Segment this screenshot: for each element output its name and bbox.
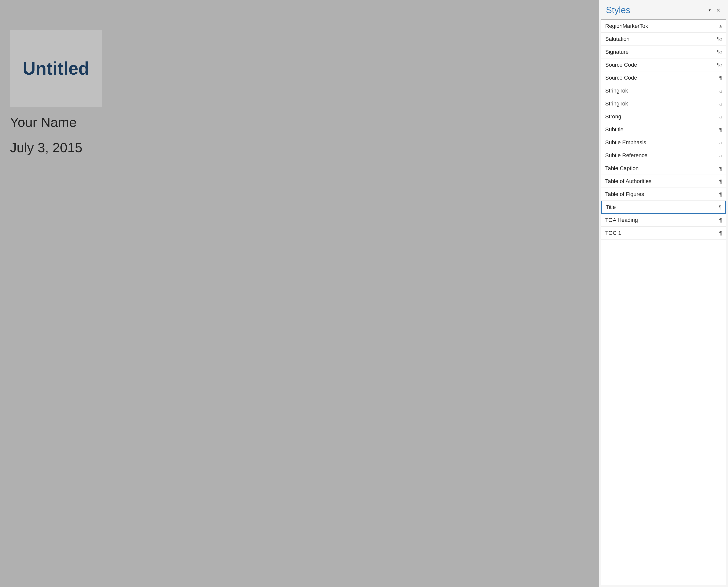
style-item-name: Title [606,204,616,210]
style-item-name: StringTok [605,100,628,107]
style-item-name: Salutation [605,36,630,42]
style-item-name: RegionMarkerTok [605,23,648,29]
style-list-item[interactable]: RegionMarkerToka [601,20,726,32]
style-item-icon: ¶ [714,75,722,81]
style-item-icon: ¶ [714,204,721,210]
style-list-item[interactable]: Subtle Emphasisa [601,136,726,149]
style-item-icon: ¶a [714,49,722,55]
style-list-item[interactable]: Subtle Referencea [601,149,726,162]
style-list-item[interactable]: Source Code¶ [601,71,726,84]
style-item-name: Table Caption [605,165,639,172]
style-list-item[interactable]: Table of Authorities¶ [601,175,726,188]
style-list-item[interactable]: Subtitle¶ [601,123,726,136]
style-item-icon: a [714,23,722,29]
style-item-name: Signature [605,49,629,55]
style-item-name: Table of Authorities [605,178,651,185]
style-item-icon: ¶ [714,230,722,236]
style-item-icon: a [714,88,722,94]
document-date: July 3, 2015 [10,140,82,155]
style-list-item[interactable]: Stronga [601,110,726,123]
style-item-icon: ¶ [714,126,722,133]
styles-dropdown-button[interactable]: ▼ [706,8,713,13]
style-item-icon: ¶a [714,36,722,42]
styles-header-buttons: ▼ ✕ [706,7,722,14]
close-icon: ✕ [716,7,721,13]
styles-list[interactable]: RegionMarkerTokaSalutation¶aSignature¶aS… [601,19,726,585]
style-item-name: Subtle Emphasis [605,139,646,146]
style-list-item[interactable]: Source Code¶a [601,58,726,71]
style-item-name: Strong [605,113,621,120]
style-list-item[interactable]: StringToka [601,84,726,97]
style-item-icon: a [714,113,722,120]
style-list-item[interactable]: Title¶ [601,201,726,214]
style-item-name: Subtitle [605,126,623,133]
dropdown-arrow-icon: ▼ [708,8,711,12]
style-item-name: TOA Heading [605,217,638,224]
style-list-item[interactable]: Signature¶a [601,46,726,58]
document-title: Untitled [23,58,89,78]
style-item-name: Table of Figures [605,191,644,197]
style-list-item[interactable]: Table of Figures¶ [601,188,726,201]
style-item-icon: ¶a [714,62,722,68]
style-item-name: Source Code [605,62,637,68]
style-item-icon: a [714,100,722,107]
style-list-item[interactable]: Salutation¶a [601,32,726,46]
style-item-icon: a [714,152,722,159]
document-author: Your Name [10,114,77,130]
style-item-icon: ¶ [714,217,722,224]
style-item-icon: ¶ [714,178,722,185]
styles-panel-title: Styles [606,5,630,16]
style-item-name: StringTok [605,88,628,94]
style-list-item[interactable]: StringToka [601,97,726,110]
style-item-name: Subtle Reference [605,152,648,159]
styles-panel: Styles ▼ ✕ RegionMarkerTokaSalutation¶aS… [599,0,728,587]
style-item-name: Source Code [605,75,637,81]
style-list-item[interactable]: TOA Heading¶ [601,214,726,227]
style-item-icon: ¶ [714,191,722,197]
document-cover: Untitled [10,30,102,107]
style-list-item[interactable]: Table Caption¶ [601,162,726,175]
style-item-icon: a [714,139,722,146]
style-item-name: TOC 1 [605,230,621,236]
style-list-item[interactable]: TOC 1¶ [601,227,726,239]
styles-close-button[interactable]: ✕ [715,7,722,14]
style-item-icon: ¶ [714,165,722,172]
styles-panel-header: Styles ▼ ✕ [599,0,728,19]
